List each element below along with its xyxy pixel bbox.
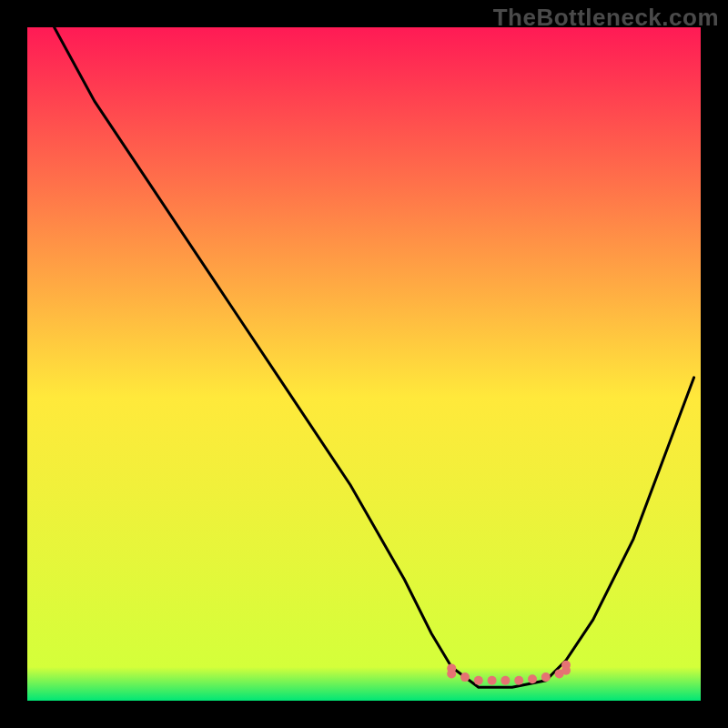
plot-background <box>27 27 701 701</box>
optimal-dot <box>528 674 537 683</box>
optimal-dot-cap <box>447 663 456 672</box>
optimal-dot-cap <box>561 661 571 670</box>
optimal-dot <box>514 676 523 685</box>
optimal-dot <box>488 676 497 685</box>
optimal-dot <box>474 676 483 685</box>
optimal-dot <box>460 672 470 682</box>
chart-frame: TheBottleneck.com <box>0 0 728 728</box>
bottleneck-chart <box>0 0 728 728</box>
optimal-dot <box>500 676 510 685</box>
optimal-dot <box>541 672 551 682</box>
